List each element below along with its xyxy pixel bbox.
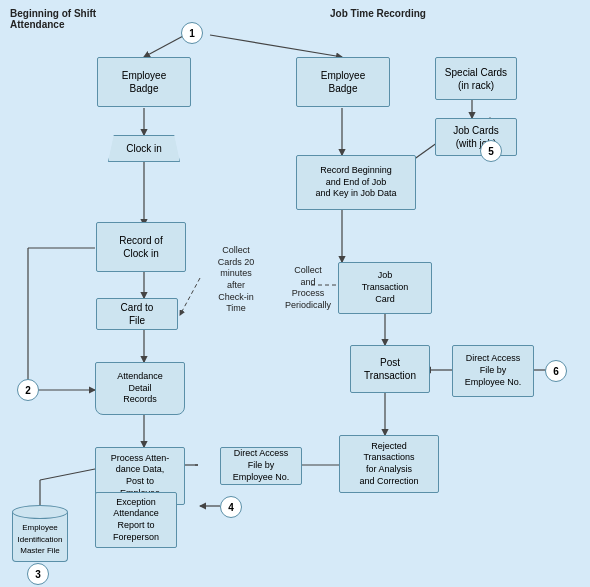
badge-3: 3 — [27, 563, 49, 585]
badge-5: 5 — [480, 140, 502, 162]
badge-6: 6 — [545, 360, 567, 382]
diagram: Beginning of ShiftAttendance Job Time Re… — [0, 0, 590, 587]
collect-process-label: CollectandProcessPeriodically — [278, 265, 338, 312]
badge-4: 4 — [220, 496, 242, 518]
svg-line-6 — [210, 35, 342, 57]
badge-1: 1 — [181, 22, 203, 44]
job-cards: Job Cards(with job) — [435, 118, 517, 156]
employee-badge-right: EmployeeBadge — [296, 57, 390, 107]
exception-report: ExceptionAttendanceReport toForeperson — [95, 492, 177, 548]
collect-cards-label: CollectCards 20minutesafterCheck-inTime — [196, 245, 276, 315]
rejected-transactions: RejectedTransactionsfor Analysisand Corr… — [339, 435, 439, 493]
svg-line-5 — [144, 35, 185, 57]
employee-id-file: EmployeeIdentificationMaster File — [12, 505, 68, 562]
attendance-detail: AttendanceDetailRecords — [95, 362, 185, 415]
employee-badge-left: EmployeeBadge — [97, 57, 191, 107]
post-transaction: PostTransaction — [350, 345, 430, 393]
badge-2: 2 — [17, 379, 39, 401]
record-beginning: Record Beginningand End of Joband Key in… — [296, 155, 416, 210]
section-left-title: Beginning of ShiftAttendance — [10, 8, 96, 30]
job-transaction-card: JobTransactionCard — [338, 262, 432, 314]
record-clock-in: Record ofClock in — [96, 222, 186, 272]
direct-access-1: Direct AccessFile byEmployee No. — [452, 345, 534, 397]
card-to-file: Card toFile — [96, 298, 178, 330]
clock-in: Clock in — [108, 135, 180, 162]
section-right-title: Job Time Recording — [330, 8, 426, 19]
special-cards: Special Cards(in rack) — [435, 57, 517, 100]
direct-access-2: Direct AccessFile byEmployee No. — [220, 447, 302, 485]
